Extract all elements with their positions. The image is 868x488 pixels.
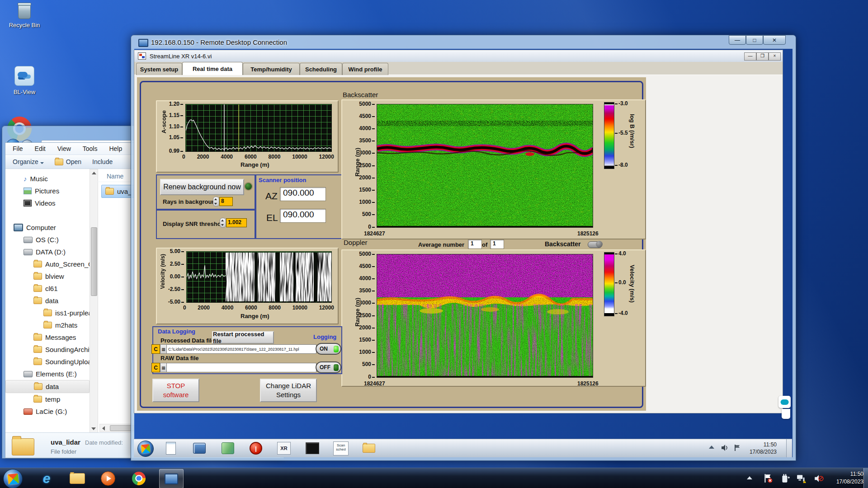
tray-volume-muted-icon[interactable]: [814, 474, 824, 483]
processed-browse-icon[interactable]: ▦: [160, 344, 167, 354]
stop-software-button[interactable]: STOPsoftware: [152, 379, 199, 402]
tree-item-soundingupload[interactable]: SoundingUploa: [5, 356, 90, 368]
tree-item-data[interactable]: data: [5, 295, 90, 307]
bl-view-shortcut[interactable]: BL-View: [7, 66, 42, 95]
tree-item-temp[interactable]: temp: [5, 393, 90, 405]
scroll-left-icon[interactable]: [102, 426, 105, 431]
taskbar-explorer-icon[interactable]: [67, 470, 88, 487]
tab-temp-humidity[interactable]: Temp/humidity: [243, 63, 300, 75]
raw-drive-box[interactable]: C: [151, 363, 160, 372]
rays-value-field[interactable]: 8: [219, 197, 233, 206]
remote-start-button[interactable]: [137, 441, 154, 457]
menu-file[interactable]: File: [13, 145, 23, 152]
menu-edit[interactable]: Edit: [35, 145, 46, 152]
backscatter-toggle-switch[interactable]: [588, 241, 602, 248]
snr-value-field[interactable]: 1.002: [226, 218, 247, 227]
vi-minimize-button[interactable]: —: [744, 52, 756, 61]
rays-stepper[interactable]: [213, 197, 219, 206]
tray-action-center-icon[interactable]: [763, 474, 773, 483]
tree-item-soundingarchive[interactable]: SoundingArchiv: [5, 343, 90, 356]
tree-scrollbar-thumb[interactable]: [91, 227, 97, 296]
tree-item-computer[interactable]: Computer: [5, 221, 90, 234]
raw-logging-toggle[interactable]: OFF: [316, 361, 341, 373]
folder-icon: [33, 285, 42, 292]
vi-restore-button[interactable]: ❐: [756, 52, 769, 61]
scroll-down-icon[interactable]: [91, 427, 96, 430]
remote-clock[interactable]: 11:5017/08/2023: [742, 441, 777, 455]
change-lidar-settings-button[interactable]: Change LiDARSettings: [260, 379, 317, 402]
remote-power-app-icon[interactable]: |: [248, 441, 264, 455]
tree-item-pictures[interactable]: Pictures: [5, 185, 90, 197]
el-value-field[interactable]: 090.000: [280, 209, 326, 223]
tree-item-music[interactable]: ♪Music: [5, 173, 90, 185]
tree-item-iss1-purpleair[interactable]: iss1-purpleair-: [5, 307, 90, 319]
backscatter-y-ticks: 5000450040003500300025002000150010005000: [358, 104, 375, 227]
tree-scrollbar[interactable]: [90, 169, 98, 433]
raw-path-field[interactable]: [166, 363, 316, 372]
tray-power-icon[interactable]: [780, 474, 790, 483]
az-value-field[interactable]: 090.000: [280, 187, 326, 201]
tab-system-setup[interactable]: System setup: [136, 63, 182, 75]
remote-xr-app-icon[interactable]: XR: [275, 441, 292, 455]
remote-show-desktop-button[interactable]: [786, 439, 792, 457]
show-desktop-button[interactable]: [863, 468, 868, 488]
taskbar-chrome-icon[interactable]: [128, 470, 149, 487]
processed-path-field[interactable]: C:\Lidar\Data\Proc\2023\202308\20230817\…: [166, 344, 316, 354]
start-button[interactable]: [3, 469, 23, 488]
tray-network-warning-icon[interactable]: !: [797, 474, 807, 483]
restart-processed-button[interactable]: Restart processed file: [212, 331, 274, 344]
open-button[interactable]: Open: [55, 158, 81, 165]
velocity-y-ticks: 5.002.500.00-2.50-5.00: [166, 251, 184, 302]
tree-item-data-d[interactable]: DATA (D:): [5, 246, 90, 258]
remote-display-settings-icon[interactable]: [191, 441, 208, 455]
snr-stepper[interactable]: [220, 218, 226, 228]
tree-item-m2hats[interactable]: m2hats: [5, 319, 90, 331]
menu-help[interactable]: Help: [109, 145, 122, 152]
teamviewer-widget-tab[interactable]: [782, 409, 790, 419]
tab-wind-profile[interactable]: Wind profile: [342, 63, 388, 75]
remote-action-center-flag-icon[interactable]: [733, 444, 741, 452]
menu-tools[interactable]: Tools: [83, 145, 98, 152]
processed-logging-toggle[interactable]: ON: [316, 343, 341, 355]
tree-item-lacie-g[interactable]: LaCie (G:): [5, 405, 90, 418]
maximize-button[interactable]: □: [746, 35, 763, 45]
taskbar-ie-icon[interactable]: e: [36, 470, 57, 487]
minimize-button[interactable]: —: [729, 35, 746, 45]
remote-console-icon[interactable]: [304, 441, 321, 455]
teamviewer-widget-icon[interactable]: [778, 396, 791, 408]
remote-map-app-icon[interactable]: [220, 441, 236, 455]
remote-tray-expand-icon[interactable]: [709, 446, 714, 449]
taskbar-media-icon[interactable]: [98, 470, 118, 487]
menu-view[interactable]: View: [57, 145, 71, 152]
tab-scheduling[interactable]: Scheduling: [300, 63, 342, 75]
average-of-field[interactable]: 1: [490, 239, 504, 249]
tree-item-data-selected[interactable]: data: [5, 380, 90, 393]
recycle-bin-shortcut[interactable]: Recycle Bin: [7, 5, 42, 28]
scroll-up-icon[interactable]: [92, 172, 96, 174]
remote-folder-icon[interactable]: [361, 441, 377, 455]
tray-expand-icon[interactable]: [747, 476, 752, 479]
vi-close-button[interactable]: ×: [769, 52, 781, 61]
tab-real-time-data[interactable]: Real time data: [182, 62, 243, 75]
remote-speaker-icon[interactable]: [721, 444, 729, 452]
remote-scan-scheduler-icon[interactable]: Scansched: [332, 441, 350, 455]
close-button[interactable]: ✕: [763, 35, 786, 45]
clock[interactable]: 11:5017/08/2023: [826, 470, 863, 486]
renew-background-button[interactable]: Renew background now: [160, 179, 244, 195]
tree-item-messages[interactable]: Messages: [5, 331, 90, 343]
bl-view-label: BL-View: [7, 89, 42, 95]
tree-item-blview[interactable]: blview: [5, 270, 90, 282]
organize-button[interactable]: Organize: [13, 158, 44, 165]
tree-item-auto-screen[interactable]: Auto_Screen_Ca: [5, 258, 90, 270]
tree-item-elements-e[interactable]: Elements (E:): [5, 368, 90, 380]
folder-icon: [33, 396, 42, 403]
average-number-field[interactable]: 1: [468, 239, 482, 249]
taskbar-rdp-icon-active[interactable]: [159, 469, 184, 488]
tree-item-cl61[interactable]: cl61: [5, 282, 90, 295]
raw-browse-icon[interactable]: ▦: [160, 363, 167, 372]
include-button[interactable]: Include: [92, 158, 113, 165]
processed-drive-box[interactable]: C: [151, 344, 160, 354]
tree-item-videos[interactable]: Videos: [5, 197, 90, 209]
tree-item-os-c[interactable]: OS (C:): [5, 234, 90, 246]
remote-notepad-icon[interactable]: [163, 441, 179, 455]
